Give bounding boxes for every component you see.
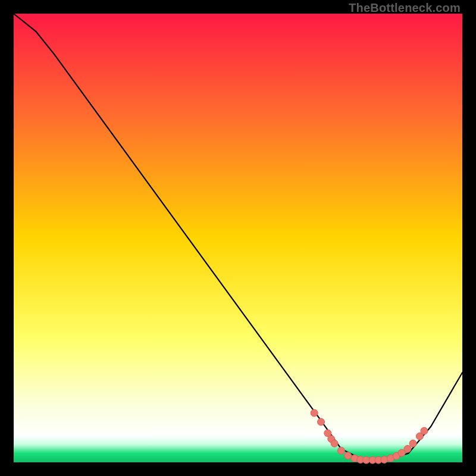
data-marker xyxy=(421,427,428,434)
data-marker xyxy=(409,440,416,447)
data-marker xyxy=(318,418,325,425)
data-marker xyxy=(381,456,388,464)
data-marker xyxy=(337,447,345,454)
data-marker xyxy=(311,409,318,416)
gradient-background xyxy=(14,14,462,462)
chart-svg xyxy=(14,14,462,462)
data-marker xyxy=(345,452,352,459)
plot-area xyxy=(14,14,462,462)
data-marker xyxy=(404,445,411,452)
stage: TheBottleneck.com xyxy=(0,0,476,476)
watermark-text: TheBottleneck.com xyxy=(349,1,461,15)
data-marker xyxy=(331,440,338,447)
